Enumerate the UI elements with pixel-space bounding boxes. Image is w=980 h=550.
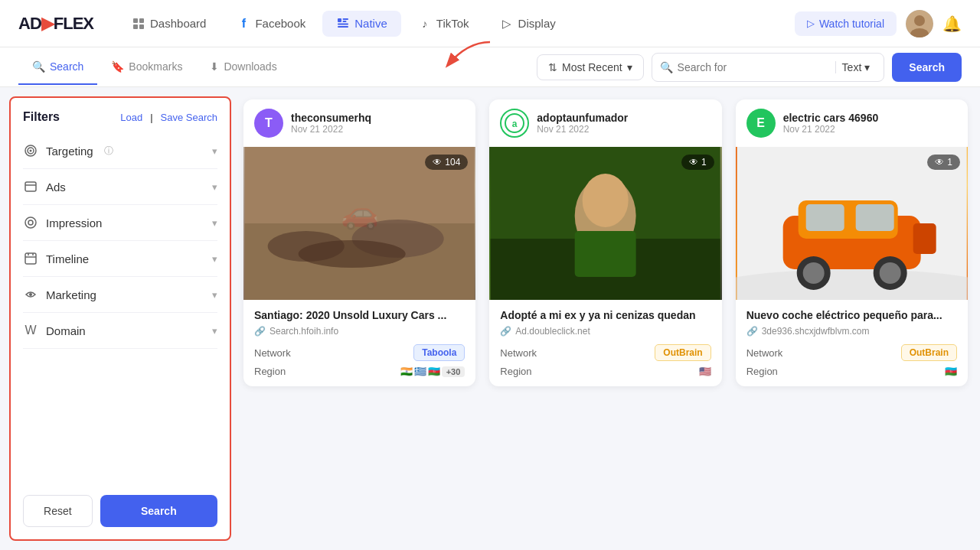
avatar[interactable] — [906, 10, 933, 37]
region-row: Region 🇮🇳 🇬🇷 🇦🇿 +30 — [254, 366, 465, 377]
flag-3: 🇦🇿 — [428, 366, 440, 377]
save-search-link[interactable]: Save Search — [161, 112, 217, 123]
search-sidebar-button[interactable]: Search — [100, 495, 217, 527]
region-label: Region — [746, 366, 778, 377]
eye-icon: 👁 — [935, 157, 944, 168]
logo: AD▶FLEX — [18, 14, 93, 34]
nav-tab-native[interactable]: Native — [322, 11, 401, 37]
network-row: Network OutBrain — [500, 344, 710, 361]
nav-tab-dashboard[interactable]: Dashboard — [118, 11, 220, 37]
card-body: Nuevo coche eléctrico pequeño para... 🔗 … — [736, 300, 968, 386]
svg-point-47 — [879, 262, 900, 284]
timeline-label: Timeline — [46, 252, 89, 265]
ads-chevron: ▾ — [212, 181, 217, 193]
card-image: 🚗 👁 104 — [243, 147, 475, 300]
region-flags: 🇮🇳 🇬🇷 🇦🇿 +30 — [400, 366, 466, 377]
sub-header: 🔍 Search 🔖 Bookmarks ⬇ Downloads ⇅ Most … — [0, 47, 980, 87]
sub-tab-search[interactable]: 🔍 Search — [18, 50, 97, 85]
filter-ads[interactable]: Ads ▾ — [23, 169, 217, 205]
card-body: Santiago: 2020 Unsold Luxury Cars ... 🔗 … — [243, 300, 475, 386]
nav-tab-tiktok[interactable]: ♪ TikTok — [404, 11, 483, 37]
download-tab-icon: ⬇ — [210, 60, 219, 73]
nav-label-display: Display — [518, 17, 556, 30]
watch-tutorial-button[interactable]: ▷ Watch tutorial — [795, 11, 897, 36]
card-date: Nov 21 2022 — [291, 124, 371, 135]
svg-point-10 — [914, 15, 925, 26]
text-dropdown-label: Text — [842, 61, 862, 73]
text-dropdown[interactable]: Text ▾ — [835, 61, 877, 73]
card-username: electric cars 46960 — [783, 112, 879, 124]
filter-targeting[interactable]: Targeting ⓘ ▾ — [23, 133, 217, 169]
targeting-label: Targeting — [46, 145, 93, 158]
svg-rect-8 — [338, 26, 348, 28]
card-username: theconsumerhq — [291, 112, 371, 124]
dashboard-icon — [132, 17, 145, 31]
network-row: Network OutBrain — [746, 344, 957, 361]
sub-tab-bookmarks[interactable]: 🔖 Bookmarks — [97, 50, 196, 85]
filter-domain[interactable]: W Domain ▾ — [23, 313, 217, 349]
eye-icon: 👁 — [433, 157, 442, 168]
card-avatar: T — [254, 109, 283, 138]
svg-rect-6 — [343, 21, 347, 22]
card-header: T theconsumerhq Nov 21 2022 — [243, 99, 475, 147]
card-title: Adopté a mi ex y ya ni cenizas quedan — [500, 309, 710, 321]
card-username: adoptaunfumador — [537, 112, 628, 124]
filter-timeline[interactable]: Timeline ▾ — [23, 241, 217, 277]
load-link[interactable]: Load — [120, 112, 142, 123]
search-input[interactable] — [678, 61, 831, 73]
ad-card[interactable]: E electric cars 46960 Nov 21 2022 — [736, 99, 968, 386]
filter-marketing[interactable]: Marketing ▾ — [23, 277, 217, 313]
card-title: Santiago: 2020 Unsold Luxury Cars ... — [254, 309, 465, 321]
region-label: Region — [254, 366, 286, 377]
sort-button[interactable]: ⇅ Most Recent ▾ — [537, 54, 644, 80]
link-icon: 🔗 — [254, 326, 266, 337]
flag-1: 🇮🇳 — [400, 366, 413, 377]
native-icon — [336, 17, 350, 31]
svg-text:🚗: 🚗 — [341, 194, 379, 231]
watch-tutorial-label: Watch tutorial — [819, 18, 884, 30]
notifications-icon[interactable]: 🔔 — [942, 15, 962, 33]
search-button-label: Search — [909, 61, 945, 73]
sub-tab-downloads[interactable]: ⬇ Downloads — [196, 50, 290, 85]
ad-card[interactable]: a adoptaunfumador Nov 21 2022 — [489, 99, 721, 386]
search-button[interactable]: Search — [892, 53, 962, 82]
card-url: 🔗 3de936.shcxjdwfblvm.com — [746, 326, 957, 337]
views-badge: 👁 104 — [425, 155, 468, 170]
svg-rect-20 — [25, 253, 36, 264]
facebook-icon: f — [237, 17, 250, 31]
card-body: Adopté a mi ex y ya ni cenizas quedan 🔗 … — [489, 300, 721, 386]
timeline-chevron: ▾ — [212, 253, 217, 265]
nav-label-dashboard: Dashboard — [150, 17, 206, 30]
reset-button[interactable]: Reset — [23, 495, 93, 527]
ad-card[interactable]: T theconsumerhq Nov 21 2022 🚗 — [243, 99, 475, 386]
sidebar-footer: Reset Search — [23, 483, 217, 527]
targeting-icon — [23, 143, 38, 158]
filter-impression[interactable]: Impression ▾ — [23, 205, 217, 241]
views-badge: 👁 1 — [681, 155, 714, 170]
svg-rect-37 — [575, 231, 636, 277]
nav-tab-display[interactable]: ▷ Display — [486, 11, 570, 37]
flag-2: 🇬🇷 — [414, 366, 426, 377]
card-user-info: electric cars 46960 Nov 21 2022 — [783, 112, 879, 135]
marketing-icon — [23, 287, 38, 302]
network-label: Network — [746, 347, 783, 359]
card-image: 👁 1 — [489, 147, 721, 300]
flag-1: 🇺🇸 — [699, 366, 711, 377]
region-row: Region 🇺🇸 — [500, 366, 710, 377]
card-url-text: Ad.doubleclick.net — [515, 326, 590, 337]
svg-rect-16 — [25, 182, 36, 191]
card-date: Nov 21 2022 — [537, 124, 628, 135]
card-header: a adoptaunfumador Nov 21 2022 — [489, 99, 721, 147]
svg-rect-42 — [805, 204, 844, 231]
search-sidebar-button-label: Search — [141, 505, 177, 517]
sub-tab-bookmarks-label: Bookmarks — [129, 60, 182, 73]
card-date: Nov 21 2022 — [783, 124, 879, 135]
svg-rect-1 — [139, 18, 144, 23]
nav-tab-facebook[interactable]: f Facebook — [223, 11, 319, 37]
cards-grid: T theconsumerhq Nov 21 2022 🚗 — [243, 99, 968, 386]
region-flags: 🇺🇸 — [699, 366, 711, 377]
svg-rect-4 — [338, 18, 341, 22]
network-badge: OutBrain — [655, 344, 710, 361]
svg-point-18 — [25, 217, 36, 228]
domain-chevron: ▾ — [212, 325, 217, 337]
